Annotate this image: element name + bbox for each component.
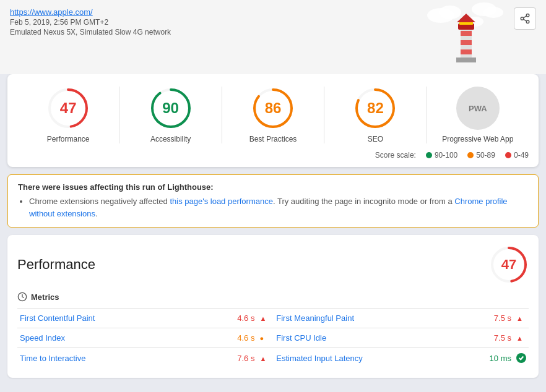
metric-name-tti[interactable]: Time to Interactive — [17, 348, 185, 369]
red-triangle-icon-4 — [259, 354, 266, 363]
score-scale: Score scale: 90-100 50-89 0-49 — [17, 151, 529, 160]
green-check-icon — [516, 353, 526, 363]
score-best-practices[interactable]: 86 Best Practices — [222, 87, 324, 143]
share-button[interactable] — [514, 7, 536, 30]
performance-header: Performance 47 — [17, 245, 529, 284]
svg-point-1 — [439, 6, 461, 19]
table-row: First Contentful Paint 4.6 s First Meani… — [17, 309, 529, 328]
metric-icon-fmp — [514, 309, 529, 328]
best-practices-label: Best Practices — [249, 135, 297, 143]
scale-dot-orange — [467, 152, 474, 158]
metric-value-tti: 7.6 s — [185, 348, 257, 369]
metric-name-fmp[interactable]: First Meaningful Paint — [274, 309, 442, 328]
svg-point-3 — [483, 7, 503, 18]
accessibility-circle: 90 — [149, 87, 193, 130]
svg-point-14 — [521, 17, 524, 20]
svg-line-16 — [523, 19, 526, 21]
svg-point-15 — [526, 20, 529, 23]
score-seo[interactable]: 82 SEO — [324, 87, 427, 143]
metric-icon-tti — [257, 348, 269, 369]
table-row: Time to Interactive 7.6 s Estimated Inpu… — [17, 348, 529, 369]
orange-circle-icon — [259, 333, 264, 343]
performance-label: Performance — [47, 135, 90, 143]
score-pwa[interactable]: PWA Progressive Web App — [427, 87, 529, 143]
red-triangle-icon — [259, 313, 266, 323]
metrics-header: Metrics — [17, 292, 529, 302]
metric-icon-si — [257, 328, 269, 348]
score-card: 47 Performance 90 Accessibility — [7, 74, 539, 167]
pwa-circle: PWA — [456, 87, 500, 130]
red-triangle-icon-2 — [516, 313, 523, 323]
svg-rect-8 — [461, 49, 472, 54]
warning-link[interactable]: this page's load performance — [170, 197, 273, 206]
performance-score-widget: 47 — [489, 245, 529, 284]
warning-box: There were issues affecting this run of … — [7, 174, 539, 228]
metrics-label: Metrics — [31, 292, 59, 302]
scale-dot-green — [426, 152, 432, 158]
svg-line-17 — [523, 16, 526, 18]
accessibility-label: Accessibility — [150, 135, 191, 143]
warning-title: There were issues affecting this run of … — [18, 182, 528, 192]
metric-name-fcp[interactable]: First Contentful Paint — [17, 309, 185, 328]
metric-name-eil[interactable]: Estimated Input Latency — [274, 348, 442, 369]
table-row: Speed Index 4.6 s First CPU Idle 7.5 s — [17, 328, 529, 348]
metric-value-eil: 10 ms — [442, 348, 514, 369]
lighthouse-illustration — [422, 0, 509, 68]
warning-item: Chrome extensions negatively affected th… — [29, 195, 528, 219]
metric-icon-fci — [514, 328, 529, 348]
scale-green: 90-100 — [426, 151, 457, 160]
scale-label: Score scale: — [375, 151, 416, 160]
pwa-label: Progressive Web App — [442, 135, 513, 143]
metrics-table: First Contentful Paint 4.6 s First Meani… — [17, 308, 529, 368]
header: https://www.apple.com/ Feb 5, 2019, 2:56… — [0, 0, 546, 74]
seo-label: SEO — [368, 135, 383, 143]
scale-range-red: 0-49 — [514, 151, 529, 160]
svg-rect-12 — [456, 58, 476, 62]
scale-dot-red — [505, 152, 511, 158]
scale-red: 0-49 — [505, 151, 529, 160]
metric-name-fci[interactable]: First CPU Idle — [274, 328, 442, 348]
metric-icon-eil — [514, 348, 529, 369]
site-url[interactable]: https://www.apple.com/ — [10, 7, 93, 17]
performance-section: Performance 47 Metrics First Contentful … — [7, 235, 539, 378]
scale-range-green: 90-100 — [435, 151, 457, 160]
metric-value-fcp: 4.6 s — [185, 309, 257, 328]
scale-range-orange: 50-89 — [476, 151, 495, 160]
svg-point-13 — [526, 14, 529, 17]
seo-circle: 82 — [353, 87, 397, 130]
metric-name-si[interactable]: Speed Index — [17, 328, 185, 348]
svg-rect-6 — [461, 31, 472, 36]
metric-value-si: 4.6 s — [185, 328, 257, 348]
red-triangle-icon-3 — [516, 333, 523, 343]
metric-value-fmp: 7.5 s — [442, 309, 514, 328]
scale-orange: 50-89 — [467, 151, 495, 160]
metric-value-fci: 7.5 s — [442, 328, 514, 348]
best-practices-circle: 86 — [251, 87, 295, 130]
clock-icon — [17, 292, 27, 302]
score-accessibility[interactable]: 90 Accessibility — [119, 87, 222, 143]
score-performance[interactable]: 47 Performance — [17, 87, 119, 143]
performance-section-title: Performance — [17, 257, 95, 273]
performance-circle: 47 — [46, 87, 90, 130]
scores-row: 47 Performance 90 Accessibility — [17, 87, 529, 143]
svg-rect-7 — [461, 40, 472, 45]
performance-score-number: 47 — [501, 257, 516, 273]
metric-icon-fcp — [257, 309, 269, 328]
